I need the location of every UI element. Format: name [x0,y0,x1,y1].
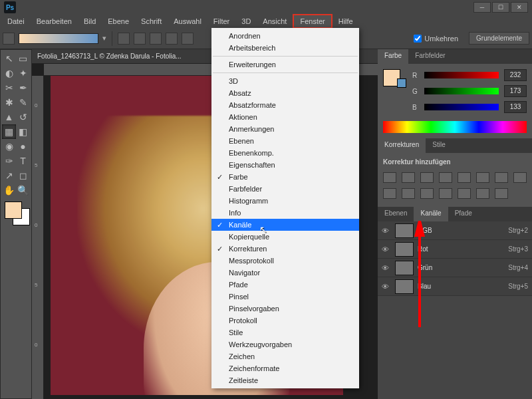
dodge-tool[interactable]: ● [16,139,30,154]
menu-item-info[interactable]: Info [211,207,359,219]
menu-item-kopierquelle[interactable]: Kopierquelle [211,231,359,243]
wand-tool[interactable]: ✦ [16,66,30,80]
menu-fenster[interactable]: Fenster [293,14,332,29]
eraser-tool[interactable]: ◧ [16,124,30,139]
menu-item-absatz[interactable]: Absatz [211,87,359,99]
history-brush-tool[interactable]: ↺ [16,110,30,124]
adj-thresh-icon[interactable] [458,188,471,199]
gradient-reflected-icon[interactable] [166,33,178,45]
lasso-tool[interactable]: ◐ [2,66,16,80]
menu-item-korrekturen[interactable]: Korrekturen [211,243,359,255]
gradient-preview[interactable] [19,33,98,44]
brush-tool[interactable]: ✎ [16,95,30,110]
menu-item-pinsel[interactable]: Pinsel [211,291,359,303]
grundelemente-button[interactable]: Grundelemente [469,32,529,45]
r-slider[interactable] [424,72,499,78]
channel-row[interactable]: 👁RotStrg+3 [378,240,532,259]
bg-color-swatch[interactable] [397,78,406,88]
crop-tool[interactable]: ✂ [2,80,16,95]
gradient-diamond-icon[interactable] [182,33,194,45]
farbfelder-tab[interactable]: Farbfelder [408,49,452,64]
menu-datei[interactable]: Datei [1,15,31,27]
hand-tool[interactable]: ✋ [2,183,16,198]
gradient-angle-icon[interactable] [150,33,162,45]
channel-row[interactable]: 👁BlauStrg+5 [378,277,532,296]
visibility-icon[interactable]: 👁 [382,245,391,253]
adj-mixer-icon[interactable] [383,188,396,199]
farbe-tab[interactable]: Farbe [378,49,408,64]
stile-tab[interactable]: Stile [426,138,452,153]
menu-item-anordnen[interactable]: Anordnen [211,30,359,42]
menu-item-pinselvorgaben[interactable]: Pinselvorgaben [211,303,359,315]
marquee-tool[interactable]: ▭ [16,51,30,66]
menu-item-3d[interactable]: 3D [211,75,359,87]
menu-item-protokoll[interactable]: Protokoll [211,315,359,327]
path-tool[interactable]: ↗ [2,168,16,183]
menu-item-zeichenformate[interactable]: Zeichenformate [211,362,359,374]
menu-auswahl[interactable]: Auswahl [168,15,207,27]
menu-3d[interactable]: 3D [235,15,257,27]
adj-hue-icon[interactable] [476,172,489,183]
menu-item-farbe[interactable]: Farbe [211,171,359,183]
blur-tool[interactable]: ◉ [2,139,16,154]
channel-row[interactable]: 👁RGBStrg+2 [378,221,532,240]
pen-tool[interactable]: ✑ [2,154,16,168]
gradient-tool-icon[interactable] [3,33,15,45]
close-button[interactable]: ✕ [511,2,528,13]
menu-item-erweiterungen[interactable]: Erweiterungen [211,59,359,70]
heal-tool[interactable]: ✱ [2,95,16,110]
menu-item-navigator[interactable]: Navigator [211,267,359,279]
zoom-tool[interactable]: 🔍 [16,183,30,198]
korrekturen-tab[interactable]: Korrekturen [378,138,426,153]
menu-bearbeiten[interactable]: Bearbeiten [31,15,78,27]
umkehren-checkbox[interactable] [414,35,422,43]
menu-item-anmerkungen[interactable]: Anmerkungen [211,123,359,135]
gradient-radial-icon[interactable] [134,33,146,45]
spectrum-bar[interactable] [383,121,527,133]
adj-curves-icon[interactable] [420,172,434,183]
visibility-icon[interactable]: 👁 [382,264,391,272]
menu-item-absatzformate[interactable]: Absatzformate [211,99,359,111]
b-value[interactable]: 133 [504,101,527,113]
adj-selcolor-icon[interactable] [495,188,508,199]
channel-row[interactable]: 👁GrünStrg+4 [378,259,532,277]
adj-invert-icon[interactable] [420,188,434,199]
adj-lookup-icon[interactable] [402,188,415,199]
menu-item-aktionen[interactable]: Aktionen [211,111,359,123]
menu-item-kan-le[interactable]: Kanäle [211,219,359,231]
ebenen-tab[interactable]: Ebenen [378,207,414,221]
color-swatches[interactable] [2,201,30,227]
r-value[interactable]: 232 [504,69,527,81]
move-tool[interactable]: ↖ [2,51,16,66]
minimize-button[interactable]: ─ [473,2,491,13]
menu-item-histogramm[interactable]: Histogramm [211,195,359,207]
adj-vibrance-icon[interactable] [458,172,471,183]
adj-brightness-icon[interactable] [383,172,396,183]
visibility-icon[interactable]: 👁 [382,227,391,235]
adj-exposure-icon[interactable] [439,172,452,183]
shape-tool[interactable]: ◻ [16,168,30,183]
menu-bild[interactable]: Bild [78,15,102,27]
menu-item-arbeitsbereich[interactable]: Arbeitsbereich [211,42,359,54]
menu-ansicht[interactable]: Ansicht [257,15,293,27]
g-slider[interactable] [424,88,499,94]
menu-item-eigenschaften[interactable]: Eigenschaften [211,159,359,171]
adj-levels-icon[interactable] [402,172,415,183]
kanaele-tab[interactable]: Kanäle [414,207,448,221]
maximize-button[interactable]: ☐ [492,2,509,13]
adj-photo-icon[interactable] [513,172,527,183]
menu-hilfe[interactable]: Hilfe [332,15,359,27]
g-value[interactable]: 173 [504,85,527,97]
menu-item-pfade[interactable]: Pfade [211,279,359,291]
menu-item-stile[interactable]: Stile [211,327,359,338]
menu-filter[interactable]: Filter [207,15,235,27]
gradient-tool[interactable]: ▦ [2,124,16,139]
gradient-linear-icon[interactable] [118,33,130,45]
menu-item-werkzeugvorgaben[interactable]: Werkzeugvorgaben [211,338,359,350]
adj-bw-icon[interactable] [495,172,508,183]
b-slider[interactable] [424,104,499,110]
menu-item-zeichen[interactable]: Zeichen [211,350,359,362]
menu-item-ebenenkomp-[interactable]: Ebenenkomp. [211,147,359,159]
menu-schrift[interactable]: Schrift [135,15,168,27]
adj-gradmap-icon[interactable] [476,188,489,199]
